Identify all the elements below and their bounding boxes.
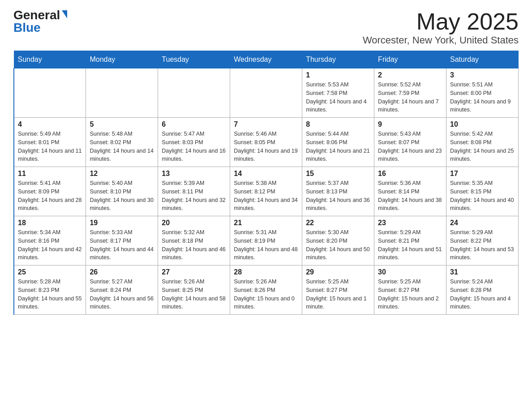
day-number: 16 <box>378 170 442 178</box>
day-info: Sunrise: 5:39 AMSunset: 8:11 PMDaylight:… <box>162 179 226 213</box>
day-number: 5 <box>90 120 154 128</box>
day-info: Sunrise: 5:28 AMSunset: 8:23 PMDaylight:… <box>18 278 82 311</box>
day-info: Sunrise: 5:48 AMSunset: 8:02 PMDaylight:… <box>90 130 154 163</box>
day-number: 31 <box>450 268 515 276</box>
calendar-cell: 13Sunrise: 5:39 AMSunset: 8:11 PMDayligh… <box>158 167 230 216</box>
day-info: Sunrise: 5:40 AMSunset: 8:10 PMDaylight:… <box>90 179 154 213</box>
day-info: Sunrise: 5:52 AMSunset: 7:59 PMDaylight:… <box>378 81 442 114</box>
day-number: 29 <box>306 268 370 276</box>
day-info: Sunrise: 5:25 AMSunset: 8:27 PMDaylight:… <box>306 278 370 311</box>
logo: General Blue <box>13 9 67 34</box>
day-info: Sunrise: 5:38 AMSunset: 8:12 PMDaylight:… <box>234 179 298 213</box>
calendar-cell: 14Sunrise: 5:38 AMSunset: 8:12 PMDayligh… <box>230 167 302 216</box>
day-number: 12 <box>90 170 154 178</box>
week-row: 25Sunrise: 5:28 AMSunset: 8:23 PMDayligh… <box>14 265 519 315</box>
day-info: Sunrise: 5:29 AMSunset: 8:21 PMDaylight:… <box>378 228 442 262</box>
calendar-cell: 2Sunrise: 5:52 AMSunset: 7:59 PMDaylight… <box>374 68 446 118</box>
day-number: 25 <box>18 268 82 276</box>
week-row: 11Sunrise: 5:41 AMSunset: 8:09 PMDayligh… <box>14 167 519 216</box>
day-info: Sunrise: 5:24 AMSunset: 8:28 PMDaylight:… <box>450 278 515 311</box>
day-info: Sunrise: 5:47 AMSunset: 8:03 PMDaylight:… <box>162 130 226 163</box>
day-number: 10 <box>450 120 515 128</box>
day-number: 14 <box>234 170 298 178</box>
day-number: 17 <box>450 170 515 178</box>
day-number: 2 <box>378 71 442 79</box>
day-number: 4 <box>18 120 82 128</box>
day-number: 21 <box>234 219 298 227</box>
day-number: 24 <box>450 219 515 227</box>
calendar-cell: 7Sunrise: 5:46 AMSunset: 8:05 PMDaylight… <box>230 118 302 167</box>
calendar-cell <box>158 68 230 118</box>
calendar-cell <box>14 68 86 118</box>
calendar-cell: 26Sunrise: 5:27 AMSunset: 8:24 PMDayligh… <box>86 265 158 315</box>
calendar-table: SundayMondayTuesdayWednesdayThursdayFrid… <box>13 51 519 315</box>
day-of-week-header: Friday <box>374 51 446 68</box>
day-number: 23 <box>378 219 442 227</box>
day-of-week-header: Tuesday <box>158 51 230 68</box>
day-number: 1 <box>306 71 370 79</box>
calendar-cell: 18Sunrise: 5:34 AMSunset: 8:16 PMDayligh… <box>14 216 86 265</box>
day-info: Sunrise: 5:37 AMSunset: 8:13 PMDaylight:… <box>306 179 370 213</box>
day-info: Sunrise: 5:46 AMSunset: 8:05 PMDaylight:… <box>234 130 298 163</box>
day-number: 15 <box>306 170 370 178</box>
calendar-cell: 21Sunrise: 5:31 AMSunset: 8:19 PMDayligh… <box>230 216 302 265</box>
calendar-cell: 29Sunrise: 5:25 AMSunset: 8:27 PMDayligh… <box>302 265 374 315</box>
calendar-cell: 6Sunrise: 5:47 AMSunset: 8:03 PMDaylight… <box>158 118 230 167</box>
calendar-cell: 4Sunrise: 5:49 AMSunset: 8:01 PMDaylight… <box>14 118 86 167</box>
logo-triangle-icon <box>62 10 67 18</box>
calendar-cell: 17Sunrise: 5:35 AMSunset: 8:15 PMDayligh… <box>446 167 519 216</box>
day-of-week-header: Saturday <box>446 51 519 68</box>
day-info: Sunrise: 5:30 AMSunset: 8:20 PMDaylight:… <box>306 228 370 262</box>
calendar-cell: 24Sunrise: 5:29 AMSunset: 8:22 PMDayligh… <box>446 216 519 265</box>
day-number: 19 <box>90 219 154 227</box>
day-number: 11 <box>18 170 82 178</box>
logo-general: General <box>13 9 60 21</box>
day-info: Sunrise: 5:31 AMSunset: 8:19 PMDaylight:… <box>234 228 298 262</box>
calendar-cell: 12Sunrise: 5:40 AMSunset: 8:10 PMDayligh… <box>86 167 158 216</box>
day-info: Sunrise: 5:32 AMSunset: 8:18 PMDaylight:… <box>162 228 226 262</box>
day-number: 8 <box>306 120 370 128</box>
day-info: Sunrise: 5:51 AMSunset: 8:00 PMDaylight:… <box>450 81 515 114</box>
calendar-cell: 25Sunrise: 5:28 AMSunset: 8:23 PMDayligh… <box>14 265 86 315</box>
day-number: 3 <box>450 71 515 79</box>
day-number: 13 <box>162 170 226 178</box>
calendar-body: 1Sunrise: 5:53 AMSunset: 7:58 PMDaylight… <box>14 68 519 315</box>
calendar-cell: 22Sunrise: 5:30 AMSunset: 8:20 PMDayligh… <box>302 216 374 265</box>
calendar-cell: 10Sunrise: 5:42 AMSunset: 8:08 PMDayligh… <box>446 118 519 167</box>
day-number: 22 <box>306 219 370 227</box>
title-area: May 2025 Worcester, New York, United Sta… <box>363 9 519 46</box>
location-title: Worcester, New York, United States <box>363 34 519 46</box>
page-header: General Blue May 2025 Worcester, New Yor… <box>13 9 519 46</box>
calendar-cell: 5Sunrise: 5:48 AMSunset: 8:02 PMDaylight… <box>86 118 158 167</box>
week-row: 1Sunrise: 5:53 AMSunset: 7:58 PMDaylight… <box>14 68 519 118</box>
day-info: Sunrise: 5:33 AMSunset: 8:17 PMDaylight:… <box>90 228 154 262</box>
calendar-cell: 20Sunrise: 5:32 AMSunset: 8:18 PMDayligh… <box>158 216 230 265</box>
day-info: Sunrise: 5:34 AMSunset: 8:16 PMDaylight:… <box>18 228 82 262</box>
day-of-week-header: Sunday <box>14 51 86 68</box>
calendar-cell: 28Sunrise: 5:26 AMSunset: 8:26 PMDayligh… <box>230 265 302 315</box>
calendar-cell <box>86 68 158 118</box>
logo-blue: Blue <box>13 21 41 34</box>
day-number: 27 <box>162 268 226 276</box>
calendar-cell: 19Sunrise: 5:33 AMSunset: 8:17 PMDayligh… <box>86 216 158 265</box>
calendar-cell: 11Sunrise: 5:41 AMSunset: 8:09 PMDayligh… <box>14 167 86 216</box>
calendar-cell: 3Sunrise: 5:51 AMSunset: 8:00 PMDaylight… <box>446 68 519 118</box>
day-info: Sunrise: 5:41 AMSunset: 8:09 PMDaylight:… <box>18 179 82 213</box>
day-number: 26 <box>90 268 154 276</box>
day-info: Sunrise: 5:35 AMSunset: 8:15 PMDaylight:… <box>450 179 515 213</box>
day-number: 7 <box>234 120 298 128</box>
day-info: Sunrise: 5:43 AMSunset: 8:07 PMDaylight:… <box>378 130 442 163</box>
calendar-cell: 27Sunrise: 5:26 AMSunset: 8:25 PMDayligh… <box>158 265 230 315</box>
day-info: Sunrise: 5:25 AMSunset: 8:27 PMDaylight:… <box>378 278 442 311</box>
calendar-cell: 30Sunrise: 5:25 AMSunset: 8:27 PMDayligh… <box>374 265 446 315</box>
calendar-header: SundayMondayTuesdayWednesdayThursdayFrid… <box>14 51 519 68</box>
day-number: 18 <box>18 219 82 227</box>
calendar-cell: 8Sunrise: 5:44 AMSunset: 8:06 PMDaylight… <box>302 118 374 167</box>
week-row: 18Sunrise: 5:34 AMSunset: 8:16 PMDayligh… <box>14 216 519 265</box>
day-info: Sunrise: 5:44 AMSunset: 8:06 PMDaylight:… <box>306 130 370 163</box>
calendar-cell: 9Sunrise: 5:43 AMSunset: 8:07 PMDaylight… <box>374 118 446 167</box>
day-number: 20 <box>162 219 226 227</box>
day-of-week-header: Thursday <box>302 51 374 68</box>
month-title: May 2025 <box>363 9 519 34</box>
calendar-cell: 31Sunrise: 5:24 AMSunset: 8:28 PMDayligh… <box>446 265 519 315</box>
